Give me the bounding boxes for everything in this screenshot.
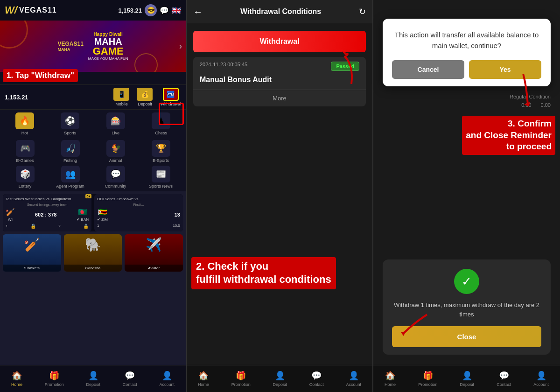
cat-live[interactable]: 🎰 Live <box>95 112 137 135</box>
p2-nav-deposit[interactable]: 👤 Deposit <box>273 371 287 387</box>
zim-name: ✔ ZIM <box>97 217 108 222</box>
p1-nav-promotion[interactable]: 🎁 Promotion <box>45 371 64 387</box>
sports-news-icon: 📰 <box>152 166 170 182</box>
ban-flag-icon: 🇧🇩 <box>78 208 87 217</box>
p3-nav-contact[interactable]: 💬 Contact <box>497 371 511 387</box>
p1-header: W/ VEGAS11 1,153.21 😎 💬 🇬🇧 <box>0 0 186 21</box>
p1-avatar[interactable]: 😎 <box>145 4 157 16</box>
chat-icon[interactable]: 💬 <box>160 6 169 15</box>
lock2-icon: 🔒 <box>83 224 89 229</box>
cat-chess[interactable]: ♟ Chess <box>140 112 182 135</box>
cat-esports[interactable]: 🏆 E-Sports <box>140 140 182 163</box>
game-ganesha[interactable]: 🐘 Ganesha <box>64 234 122 272</box>
mobile-icon: 📱 <box>113 88 129 101</box>
p2-account-label: Account <box>346 382 362 387</box>
withdrawal-action[interactable]: 🏧 Withdrawal <box>160 88 181 106</box>
deposit-action[interactable]: 💰 Deposit <box>137 88 153 106</box>
step3-text: 3. Confirm and Close Reminder to proceed <box>462 116 555 155</box>
panel3-screen: This action will transfer all available … <box>373 0 560 392</box>
banner-content: VEGAS11MAHA Happy Diwali MAHA GAME MAKE … <box>57 32 128 61</box>
cat-lottery[interactable]: 🎲 Lottery <box>4 166 46 189</box>
panel2-screen: ← Withdrawal Conditions ↻ Withdrawal 202… <box>187 0 373 392</box>
p2-nav-promotion[interactable]: 🎁 Promotion <box>231 371 251 387</box>
contact-label: Contact <box>123 382 137 387</box>
p1-nav-deposit[interactable]: 👤 Deposit <box>86 371 100 387</box>
score-meta-1: Second Innings, away team <box>6 203 89 206</box>
score-teams-1: 🏏 WI 602 : 378 🇧🇩 ✔ BAN <box>6 208 89 222</box>
score-card-2[interactable]: ODI Series Zimbabwe vs... First i... 🇿🇼 … <box>94 194 183 231</box>
p1-nav-home[interactable]: 🏠 Home <box>11 371 22 387</box>
banner-text: Happy Diwali MAHA GAME MAKE YOU MAHA FUN <box>88 32 128 61</box>
p2-promotion-icon: 🎁 <box>236 371 246 381</box>
cat-sports-news[interactable]: 📰 Sports News <box>140 166 182 189</box>
p1-games: 🏏 9 wickets 🐘 Ganesha ✈️ Aviator <box>3 234 183 272</box>
refresh-icon[interactable]: ↻ <box>359 7 366 17</box>
cat-animal[interactable]: 🐓 Animal <box>94 140 137 163</box>
banner-chevron-right-icon[interactable]: › <box>179 42 182 51</box>
cat-sports-news-label: Sports News <box>149 184 173 189</box>
flag-icon[interactable]: 🇬🇧 <box>172 6 181 15</box>
p2-title: Withdrawal Conditions <box>240 7 321 16</box>
p1-bottom-nav: 🏠 Home 🎁 Promotion 👤 Deposit 💬 Contact 👤… <box>0 365 186 392</box>
cancel-button[interactable]: Cancel <box>392 60 464 79</box>
deposit-nav-icon: 👤 <box>88 371 98 381</box>
close-arrow-svg <box>399 310 432 338</box>
withdrawal-label: Withdrawal <box>160 102 181 106</box>
p1-nav-account[interactable]: 👤 Account <box>160 371 175 387</box>
p3-account-label: Account <box>533 382 549 387</box>
wi-name: WI <box>8 217 13 222</box>
more-row[interactable]: More <box>193 90 366 106</box>
game-ganesha-label: Ganesha <box>64 265 122 272</box>
p3-nav-account[interactable]: 👤 Account <box>533 371 549 387</box>
cat-hot[interactable]: 🔥 Hot <box>4 112 46 135</box>
cat-lottery-label: Lottery <box>19 184 32 189</box>
cat-sports[interactable]: ⚽ Sports <box>49 112 91 135</box>
cat-fishing[interactable]: 🎣 Fishing <box>49 140 91 163</box>
home-icon: 🏠 <box>12 371 22 381</box>
p3-contact-icon: 💬 <box>499 371 509 381</box>
p2-account-icon: 👤 <box>349 371 359 381</box>
p3-contact-label: Contact <box>497 382 511 387</box>
game-9wickets-label: 9 wickets <box>3 265 61 272</box>
cat-community[interactable]: 💬 Community <box>94 166 137 189</box>
cat-hot-label: Hot <box>21 131 28 135</box>
cat-agent[interactable]: 👥 Agent Program <box>49 166 91 189</box>
p1-categories-row2: 🎮 E-Games 🎣 Fishing 🐓 Animal 🏆 E-Sports <box>0 138 186 166</box>
esports-icon: 🏆 <box>152 140 170 157</box>
p2-promotion-label: Promotion <box>231 382 251 387</box>
back-icon[interactable]: ← <box>193 7 203 17</box>
cat-animal-label: Animal <box>109 158 122 163</box>
score-num-2: 2 <box>58 224 60 228</box>
svg-marker-2 <box>401 331 406 336</box>
game-aviator[interactable]: ✈️ Aviator <box>125 234 183 272</box>
avatar-emoji: 😎 <box>147 7 155 14</box>
score-card-1[interactable]: 5♦ Test Series West Indies vs. Banglades… <box>3 194 91 231</box>
team-wi: 🏏 WI <box>6 208 15 222</box>
p1-banner[interactable]: VEGAS11MAHA Happy Diwali MAHA GAME MAKE … <box>0 21 186 72</box>
deposit-icon: 💰 <box>137 88 153 101</box>
score-title-2: ODI Series Zimbabwe vs... <box>97 197 180 201</box>
p2-home-label: Home <box>198 382 209 387</box>
p1-nav-contact[interactable]: 💬 Contact <box>123 371 137 387</box>
p3-deposit-icon: 👤 <box>462 371 472 381</box>
p2-nav-contact[interactable]: 💬 Contact <box>309 371 324 387</box>
score-teams-2: 🇿🇼 ✔ ZIM 13 <box>97 208 180 222</box>
cat-egames[interactable]: 🎮 E-Games <box>4 140 46 163</box>
p3-nav-deposit[interactable]: 👤 Deposit <box>460 371 474 387</box>
cat-live-label: Live <box>112 131 119 135</box>
game-9wickets[interactable]: 🏏 9 wickets <box>3 234 61 272</box>
mobile-action[interactable]: 📱 Mobile <box>113 88 129 106</box>
p3-nav-home[interactable]: 🏠 Home <box>385 371 396 387</box>
p2-header: ← Withdrawal Conditions ↻ <box>187 0 372 23</box>
sports-icon: ⚽ <box>61 112 79 129</box>
p3-home-label: Home <box>385 382 396 387</box>
p2-contact-label: Contact <box>309 382 324 387</box>
p2-nav-account[interactable]: 👤 Account <box>346 371 362 387</box>
step2-line2: fulfill withdrawal conditions <box>196 273 331 285</box>
check-circle-icon: ✓ <box>454 269 479 294</box>
success-dialog: ✓ Withdraw 1 times, maximum withdraw of … <box>383 259 551 355</box>
animal-icon: 🐓 <box>106 140 125 157</box>
p3-bottom-nav: 🏠 Home 🎁 Promotion 👤 Deposit 💬 Contact 👤… <box>373 365 560 392</box>
p2-nav-home[interactable]: 🏠 Home <box>198 371 209 387</box>
p3-nav-promotion[interactable]: 🎁 Promotion <box>418 371 437 387</box>
